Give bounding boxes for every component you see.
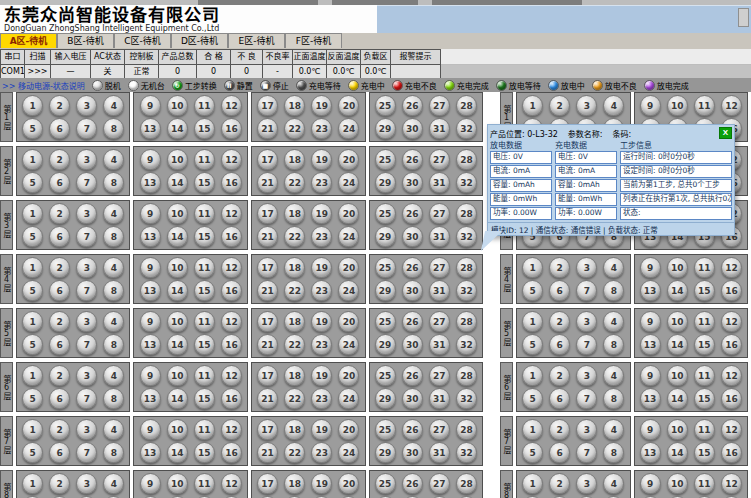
battery-cell[interactable]: 15 (694, 280, 715, 301)
battery-cell[interactable]: 12 (221, 311, 242, 332)
battery-cell[interactable]: 28 (456, 203, 477, 224)
battery-cell[interactable]: 3 (76, 365, 97, 386)
battery-cell[interactable]: 23 (311, 442, 332, 463)
battery-cell[interactable]: 2 (549, 419, 570, 440)
battery-cell[interactable]: 28 (456, 473, 477, 494)
battery-cell[interactable]: 18 (284, 257, 305, 278)
battery-cell[interactable]: 14 (167, 280, 188, 301)
battery-cell[interactable]: 11 (694, 365, 715, 386)
battery-cell[interactable]: 4 (103, 365, 124, 386)
battery-cell[interactable]: 25 (375, 419, 396, 440)
battery-cell[interactable]: 10 (667, 311, 688, 332)
battery-cell[interactable]: 12 (221, 419, 242, 440)
battery-cell[interactable]: 18 (284, 149, 305, 170)
battery-cell[interactable]: 23 (311, 334, 332, 355)
battery-cell[interactable]: 16 (721, 388, 742, 409)
battery-cell[interactable]: 4 (103, 95, 124, 116)
battery-cell[interactable]: 9 (140, 203, 161, 224)
battery-cell[interactable]: 15 (194, 118, 215, 139)
battery-cell[interactable]: 19 (311, 365, 332, 386)
battery-cell[interactable]: 1 (522, 257, 543, 278)
battery-cell[interactable]: 28 (456, 149, 477, 170)
battery-cell[interactable]: 22 (284, 388, 305, 409)
battery-cell[interactable]: 21 (257, 118, 278, 139)
battery-cell[interactable]: 8 (103, 118, 124, 139)
battery-cell[interactable]: 31 (429, 118, 450, 139)
battery-cell[interactable]: 15 (194, 442, 215, 463)
battery-cell[interactable]: 16 (221, 388, 242, 409)
battery-cell[interactable]: 20 (338, 257, 359, 278)
battery-cell[interactable]: 6 (549, 388, 570, 409)
battery-cell[interactable]: 7 (576, 334, 597, 355)
battery-cell[interactable]: 3 (576, 365, 597, 386)
battery-cell[interactable]: 6 (549, 334, 570, 355)
battery-cell[interactable]: 9 (640, 419, 661, 440)
battery-cell[interactable]: 11 (194, 95, 215, 116)
battery-cell[interactable]: 6 (49, 442, 70, 463)
battery-cell[interactable]: 16 (721, 280, 742, 301)
battery-cell[interactable]: 23 (311, 280, 332, 301)
battery-cell[interactable]: 2 (49, 311, 70, 332)
battery-cell[interactable]: 3 (76, 95, 97, 116)
battery-cell[interactable]: 4 (603, 95, 624, 116)
battery-cell[interactable]: 12 (221, 365, 242, 386)
battery-cell[interactable]: 4 (103, 149, 124, 170)
battery-cell[interactable]: 2 (549, 473, 570, 494)
battery-cell[interactable]: 9 (140, 365, 161, 386)
battery-cell[interactable]: 30 (402, 334, 423, 355)
battery-cell[interactable]: 24 (338, 388, 359, 409)
battery-cell[interactable]: 5 (522, 280, 543, 301)
battery-cell[interactable]: 15 (694, 442, 715, 463)
battery-cell[interactable]: 17 (257, 95, 278, 116)
battery-cell[interactable]: 14 (167, 226, 188, 247)
battery-cell[interactable]: 6 (49, 226, 70, 247)
battery-cell[interactable]: 28 (456, 257, 477, 278)
battery-cell[interactable]: 27 (429, 419, 450, 440)
battery-cell[interactable]: 11 (694, 257, 715, 278)
battery-cell[interactable]: 31 (429, 280, 450, 301)
battery-cell[interactable]: 10 (667, 473, 688, 494)
battery-cell[interactable]: 5 (22, 172, 43, 193)
battery-cell[interactable]: 13 (140, 442, 161, 463)
battery-cell[interactable]: 9 (140, 257, 161, 278)
battery-cell[interactable]: 1 (22, 203, 43, 224)
battery-cell[interactable]: 3 (576, 95, 597, 116)
battery-cell[interactable]: 26 (402, 365, 423, 386)
tab-zone-2[interactable]: B区-待机 (57, 33, 114, 48)
battery-cell[interactable]: 30 (402, 442, 423, 463)
battery-cell[interactable]: 6 (49, 118, 70, 139)
battery-cell[interactable]: 3 (76, 419, 97, 440)
battery-cell[interactable]: 2 (549, 365, 570, 386)
battery-cell[interactable]: 3 (76, 311, 97, 332)
battery-cell[interactable]: 2 (549, 311, 570, 332)
battery-cell[interactable]: 14 (667, 280, 688, 301)
tab-zone-5[interactable]: E区-待机 (228, 33, 285, 48)
battery-cell[interactable]: 11 (194, 311, 215, 332)
battery-cell[interactable]: 14 (167, 334, 188, 355)
battery-cell[interactable]: 27 (429, 257, 450, 278)
battery-cell[interactable]: 11 (194, 203, 215, 224)
battery-cell[interactable]: 19 (311, 203, 332, 224)
battery-cell[interactable]: 1 (22, 149, 43, 170)
battery-cell[interactable]: 17 (257, 365, 278, 386)
battery-cell[interactable]: 22 (284, 280, 305, 301)
battery-cell[interactable]: 27 (429, 311, 450, 332)
battery-cell[interactable]: 5 (522, 388, 543, 409)
battery-cell[interactable]: 8 (103, 226, 124, 247)
battery-cell[interactable]: 5 (22, 388, 43, 409)
battery-cell[interactable]: 26 (402, 419, 423, 440)
battery-cell[interactable]: 29 (375, 172, 396, 193)
battery-cell[interactable]: 3 (576, 311, 597, 332)
battery-cell[interactable]: 5 (522, 442, 543, 463)
battery-cell[interactable]: 2 (49, 419, 70, 440)
battery-cell[interactable]: 30 (402, 388, 423, 409)
battery-cell[interactable]: 3 (576, 473, 597, 494)
battery-cell[interactable]: 1 (22, 473, 43, 494)
battery-cell[interactable]: 14 (667, 388, 688, 409)
battery-cell[interactable]: 8 (603, 388, 624, 409)
battery-cell[interactable]: 2 (49, 473, 70, 494)
battery-cell[interactable]: 26 (402, 203, 423, 224)
battery-cell[interactable]: 16 (221, 172, 242, 193)
battery-cell[interactable]: 24 (338, 442, 359, 463)
battery-cell[interactable]: 10 (667, 365, 688, 386)
